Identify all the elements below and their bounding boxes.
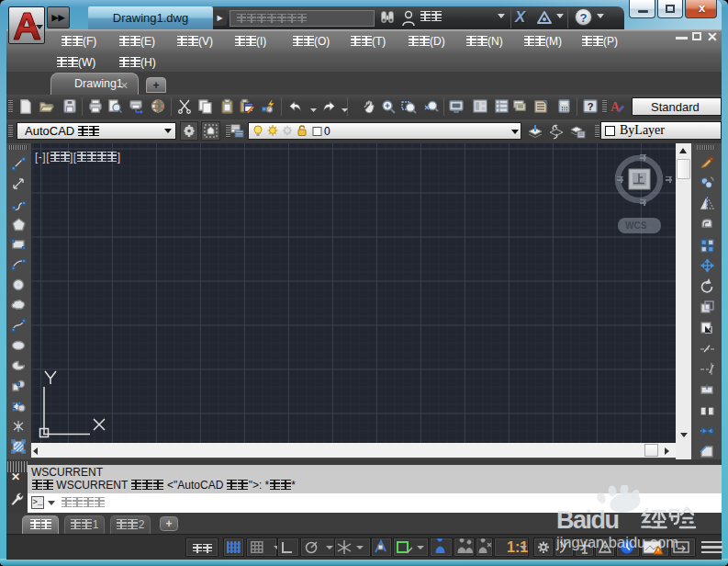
svg-text:?: ?: [588, 101, 594, 112]
